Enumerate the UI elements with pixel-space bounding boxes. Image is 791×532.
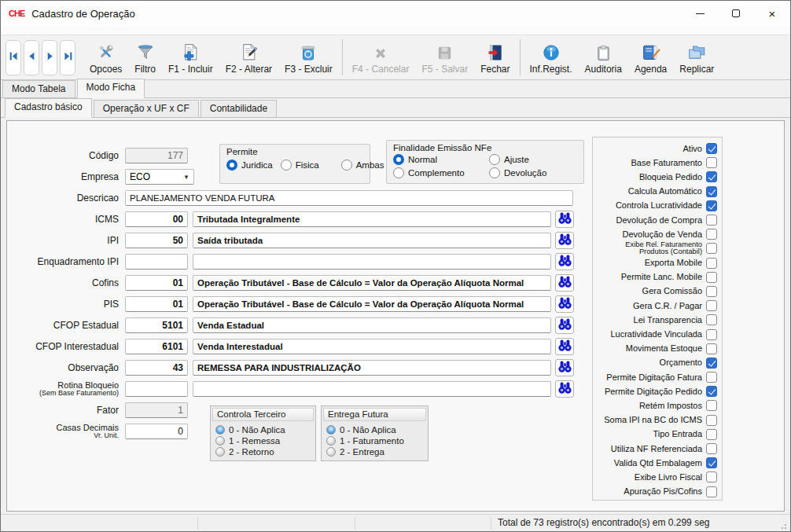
incluir-button[interactable]: F1 - Incluir <box>162 37 219 78</box>
checkbox-18[interactable] <box>706 400 717 411</box>
replicar-button[interactable]: Replicar <box>673 37 720 78</box>
casas-decimais-input[interactable]: 0 <box>125 424 188 439</box>
checkbox-row: Exibe Livro Fiscal <box>594 470 717 484</box>
checkbox-2[interactable] <box>706 171 717 182</box>
ipi-lookup-button[interactable] <box>555 232 574 249</box>
permite-option-0[interactable]: Juridica <box>226 160 273 171</box>
nav-last-button[interactable] <box>60 40 75 75</box>
controla-terceiro-option-2[interactable]: 2 - Retorno <box>215 447 311 457</box>
checkbox-7[interactable] <box>706 243 717 254</box>
checkbox-23[interactable] <box>706 471 717 482</box>
icms-lookup-button[interactable] <box>555 211 574 228</box>
finalidade-option-3[interactable]: Devolução <box>489 167 577 178</box>
toolbar: OpcoesFiltroF1 - IncluirF2 - AlterarF3 -… <box>1 35 790 80</box>
checkbox-20[interactable] <box>706 429 717 440</box>
tab-operacao-uf-cf[interactable]: Operação x UF x CF <box>94 100 199 117</box>
checkbox-16[interactable] <box>706 372 717 383</box>
agenda-button[interactable]: Agenda <box>628 37 673 78</box>
fechar-button[interactable]: Fechar <box>474 37 516 78</box>
checkbox-17[interactable] <box>706 386 717 397</box>
ipi-description-input[interactable]: Saída tributada <box>193 233 551 248</box>
checkbox-22[interactable] <box>706 457 717 468</box>
checkbox-5[interactable] <box>706 215 717 226</box>
filtro-button[interactable]: Filtro <box>128 37 162 78</box>
resize-grip[interactable] <box>781 522 789 530</box>
permite-option-1[interactable]: Fisica <box>281 160 319 171</box>
checkbox-24[interactable] <box>706 486 717 497</box>
checkbox-13[interactable] <box>706 329 717 340</box>
checkbox-6[interactable] <box>706 229 717 240</box>
alterar-button[interactable]: F2 - Alterar <box>219 37 278 78</box>
pis-description-input[interactable]: Operação Tributável - Base de Cálculo = … <box>193 296 551 312</box>
pis-lookup-button[interactable] <box>555 295 574 313</box>
cofins-code-input[interactable]: 01 <box>125 275 188 291</box>
pis-label: PIS <box>9 299 125 309</box>
enquadramento-ipi-description-input[interactable] <box>193 254 551 270</box>
observacao-description-input[interactable]: REMESSA PARA INDUSTRIALIZAÇÃO <box>193 360 551 376</box>
tab-contabilidade[interactable]: Contabilidade <box>201 100 277 117</box>
controla-terceiro-option-0[interactable]: 0 - Não Aplica <box>215 425 311 435</box>
nav-prev-button[interactable] <box>24 40 39 75</box>
checkbox-1[interactable] <box>706 157 717 168</box>
cancelar-button[interactable]: F4 - Cancelar <box>346 37 416 78</box>
cfop-estadual-description-input[interactable]: Venda Estadual <box>193 317 551 333</box>
empresa-select[interactable]: ECO ▼ <box>125 169 194 185</box>
close-button[interactable]: × <box>754 1 790 26</box>
tab-cadastro-basico[interactable]: Cadastro básico <box>5 98 92 118</box>
cfop-interestadual-code-input[interactable]: 6101 <box>125 339 188 354</box>
descricao-label: Descricao <box>9 193 125 203</box>
opcoes-button[interactable]: Opcoes <box>83 37 128 78</box>
nav-first-button[interactable] <box>6 40 21 75</box>
rotina-bloqueio-code-input[interactable] <box>125 381 188 397</box>
nav-next-button[interactable] <box>42 40 57 75</box>
cfop-estadual-code-input[interactable]: 5101 <box>125 317 188 333</box>
salvar-button[interactable]: F5 - Salvar <box>415 37 474 78</box>
checkbox-15[interactable] <box>706 358 717 369</box>
checkbox-8[interactable] <box>706 258 717 269</box>
icms-code-input[interactable]: 00 <box>125 211 188 227</box>
cfop-interestadual-lookup-button[interactable] <box>555 338 574 355</box>
entrega-futura-option-0[interactable]: 0 - Não Aplica <box>326 425 423 435</box>
ipi-code-input[interactable]: 50 <box>125 233 188 248</box>
rotina-bloqueio-lookup-button[interactable] <box>555 380 574 398</box>
cfop-interestadual-description-input[interactable]: Venda Interestadual <box>193 339 551 354</box>
rotina-bloqueio-description-input[interactable] <box>193 381 551 397</box>
checkbox-0[interactable] <box>706 143 717 154</box>
checkbox-14[interactable] <box>706 343 717 354</box>
cofins-description-input[interactable]: Operação Tributável - Base de Cálculo = … <box>193 275 551 291</box>
enquadramento-ipi-code-input[interactable] <box>125 254 188 270</box>
observacao-lookup-button[interactable] <box>555 359 574 376</box>
checkbox-19[interactable] <box>706 415 717 426</box>
excluir-button[interactable]: F3 - Excluir <box>278 37 339 78</box>
entrega-futura-option-1[interactable]: 1 - Faturamento <box>326 436 423 446</box>
form-row-descricao: Descricao PLANEJAMENTO VENDA FUTURA <box>9 190 587 206</box>
maximize-button[interactable] <box>718 1 754 26</box>
finalidade-option-1[interactable]: Ajuste <box>489 154 577 165</box>
checkbox-4[interactable] <box>706 200 717 211</box>
pis-code-input[interactable]: 01 <box>125 296 188 312</box>
minimize-button[interactable] <box>682 1 718 26</box>
checkbox-3[interactable] <box>706 186 717 197</box>
enquadramento-ipi-lookup-button[interactable] <box>555 253 574 270</box>
checkbox-label: Gera Comissão <box>642 287 702 295</box>
entrega-futura-option-2[interactable]: 2 - Entrega <box>326 447 423 457</box>
checkbox-10[interactable] <box>706 286 717 297</box>
checkbox-9[interactable] <box>706 272 717 283</box>
permite-option-2[interactable]: Ambas <box>341 160 384 171</box>
inf-regist-button[interactable]: Inf.Regist. <box>524 37 579 78</box>
checkbox-12[interactable] <box>706 314 717 325</box>
descricao-input[interactable]: PLANEJAMENTO VENDA FUTURA <box>125 190 573 206</box>
checkbox-11[interactable] <box>706 300 717 311</box>
checkbox-21[interactable] <box>706 443 717 454</box>
tab-modo-tabela[interactable]: Modo Tabela <box>2 80 75 97</box>
finalidade-option-2[interactable]: Complemento <box>393 167 489 178</box>
cofins-lookup-button[interactable] <box>555 274 574 292</box>
auditoria-button[interactable]: Auditoria <box>579 37 628 78</box>
checkbox-row: Permite Lanc. Mobile <box>594 270 717 284</box>
cfop-estadual-lookup-button[interactable] <box>555 317 574 334</box>
tab-modo-ficha[interactable]: Modo Ficha <box>77 79 145 98</box>
icms-description-input[interactable]: Tributada Integralmente <box>193 211 551 227</box>
observacao-code-input[interactable]: 43 <box>125 360 188 376</box>
finalidade-option-0[interactable]: Normal <box>393 154 489 165</box>
controla-terceiro-option-1[interactable]: 1 - Remessa <box>215 436 311 446</box>
